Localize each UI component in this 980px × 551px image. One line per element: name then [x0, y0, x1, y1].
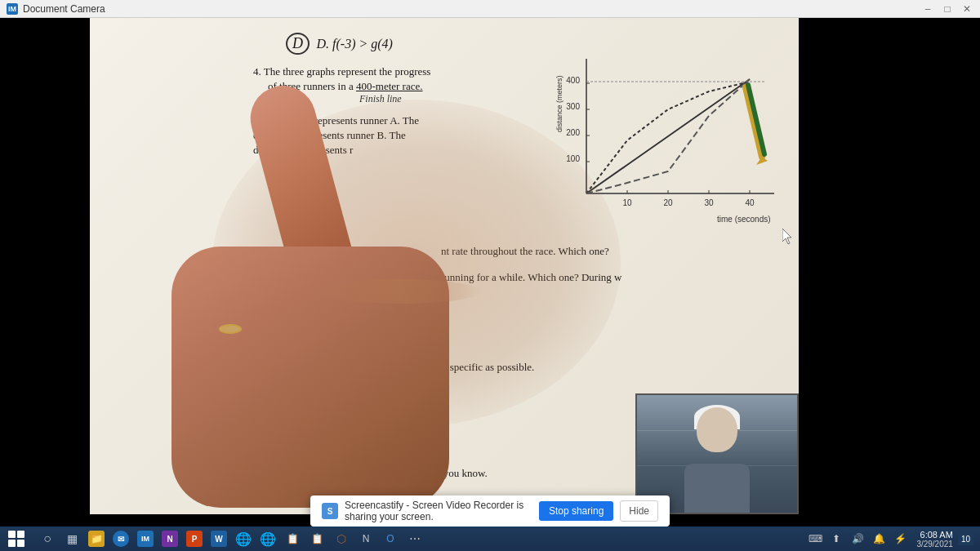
- minimize-button[interactable]: –: [921, 2, 934, 16]
- close-button[interactable]: ✕: [960, 2, 973, 16]
- screencastify-icon: S: [322, 503, 338, 519]
- svg-text:200: 200: [566, 128, 580, 137]
- svg-text:400: 400: [566, 76, 580, 85]
- taskbar-volume-icon[interactable]: 🔔: [871, 531, 887, 547]
- problem-d-label: D D. f(-3) > g(4): [286, 33, 393, 55]
- taskbar-right: ⌨ ⬆ 🔊 🔔 ⚡ 6:08 AM 3/29/2021 10: [807, 530, 980, 549]
- taskbar-task-view[interactable]: ▦: [60, 528, 83, 549]
- taskbar-item-extra4[interactable]: N: [354, 528, 377, 549]
- svg-text:40: 40: [745, 198, 755, 207]
- taskbar: ○ ▦ 📁 ✉ IM N P W 🌐: [0, 527, 980, 551]
- svg-text:30: 30: [704, 198, 714, 207]
- problem-4-line1: 4. The three graphs represent the progre…: [253, 65, 430, 78]
- svg-text:distance (meters): distance (meters): [555, 75, 564, 132]
- taskbar-notification-count[interactable]: 10: [958, 533, 973, 545]
- main-camera-view: D D. f(-3) > g(4) 4. The three graphs re…: [90, 18, 799, 514]
- stop-sharing-button[interactable]: Stop sharing: [539, 501, 613, 521]
- taskbar-tray-icon-1[interactable]: ⌨: [807, 531, 823, 547]
- taskbar-search[interactable]: ○: [36, 528, 59, 549]
- titlebar-left: IM Document Camera: [7, 3, 105, 15]
- taskbar-chrome-2[interactable]: 🌐: [256, 528, 279, 549]
- taskbar-item-extra5[interactable]: O: [379, 528, 402, 549]
- titlebar: IM Document Camera – □ ✕: [0, 0, 980, 18]
- svg-text:300: 300: [566, 102, 580, 111]
- clock-time: 6:08 AM: [920, 530, 953, 540]
- taskbar-powerpoint[interactable]: P: [183, 528, 206, 549]
- hide-button[interactable]: Hide: [620, 500, 658, 522]
- start-icon: [8, 531, 24, 547]
- taskbar-item-extra2[interactable]: 📋: [305, 528, 328, 549]
- svg-text:20: 20: [663, 198, 673, 207]
- titlebar-title: Document Camera: [23, 3, 105, 15]
- titlebar-controls: – □ ✕: [921, 2, 973, 16]
- taskbar-file-explorer[interactable]: 📁: [85, 528, 108, 549]
- start-button[interactable]: [0, 527, 33, 551]
- webcam-head: [697, 407, 737, 452]
- taskbar-mail[interactable]: ✉: [109, 528, 132, 549]
- taskbar-item-extra6[interactable]: ⋯: [403, 528, 426, 549]
- taskbar-word[interactable]: W: [207, 528, 230, 549]
- left-panel: [0, 18, 90, 514]
- svg-line-21: [746, 87, 762, 157]
- hand-palm: [172, 247, 449, 508]
- taskbar-bluetooth-icon[interactable]: ⚡: [892, 531, 908, 547]
- taskbar-items: ○ ▦ 📁 ✉ IM N P W 🌐: [33, 528, 430, 549]
- clock-date: 3/29/2021: [916, 540, 953, 549]
- document-content: D D. f(-3) > g(4) 4. The three graphs re…: [90, 18, 799, 514]
- notification-text: Screencastify - Screen Video Recorder is…: [345, 500, 539, 522]
- webcam-body: [684, 464, 750, 513]
- taskbar-item-extra3[interactable]: ⬡: [330, 528, 353, 549]
- taskbar-chrome-1[interactable]: 🌐: [232, 528, 255, 549]
- taskbar-item-extra1[interactable]: 📋: [281, 528, 304, 549]
- taskbar-network-icon[interactable]: 🔊: [849, 531, 866, 547]
- maximize-button[interactable]: □: [941, 2, 954, 16]
- svg-text:time (seconds): time (seconds): [717, 215, 771, 224]
- screencastify-notification: S Screencastify - Screen Video Recorder …: [310, 495, 670, 527]
- system-clock[interactable]: 6:08 AM 3/29/2021: [916, 530, 953, 549]
- taskbar-im[interactable]: IM: [134, 528, 157, 549]
- svg-text:10: 10: [622, 198, 632, 207]
- right-panel: [799, 18, 980, 514]
- taskbar-tray-icon-2[interactable]: ⬆: [828, 531, 844, 547]
- taskbar-onenote[interactable]: N: [158, 528, 181, 549]
- svg-marker-23: [756, 157, 768, 165]
- titlebar-app-icon: IM: [7, 3, 18, 15]
